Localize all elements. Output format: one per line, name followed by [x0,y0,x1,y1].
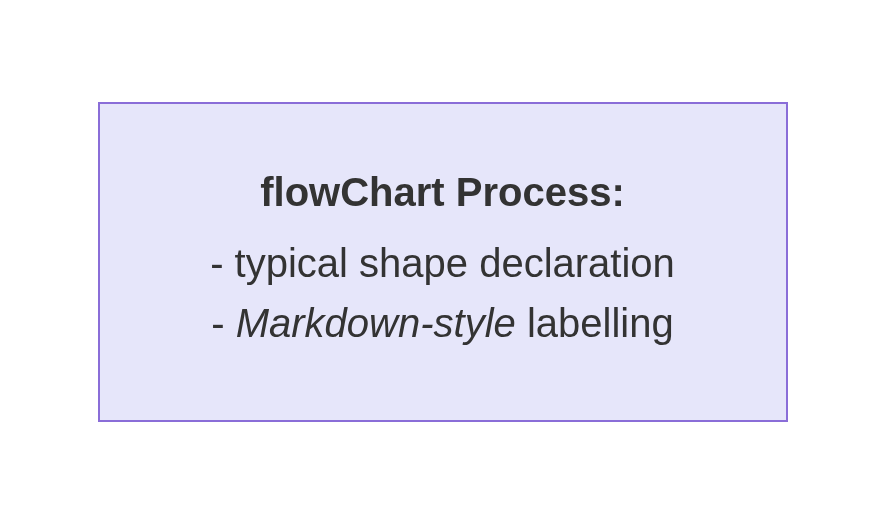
process-title: flowChart Process: [260,170,625,215]
process-line-1: - typical shape declaration [210,233,675,293]
process-line-2-italic: Markdown-style [236,301,516,345]
process-line-2-suffix: labelling [516,301,674,345]
process-line-2: - Markdown-style labelling [211,293,673,353]
flowchart-process-box: flowChart Process: - typical shape decla… [98,102,788,422]
process-line-2-prefix: - [211,301,235,345]
